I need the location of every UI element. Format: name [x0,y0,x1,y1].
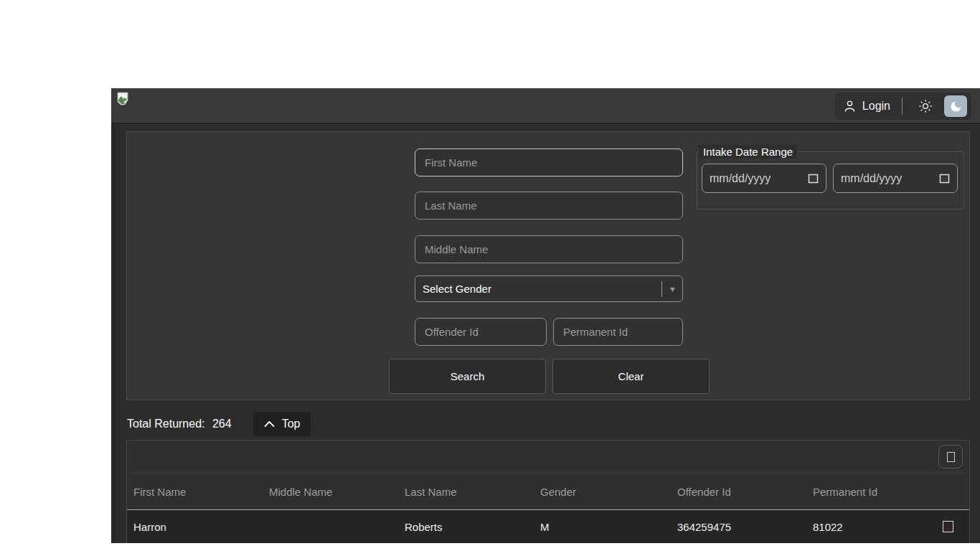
last-name-input[interactable] [415,192,683,220]
first-name-input[interactable] [415,149,683,176]
moon-icon [949,100,963,113]
login-label: Login [862,100,890,113]
broken-image-icon [117,92,129,105]
login-button[interactable]: Login [844,100,890,113]
table-row[interactable]: Harron Roberts M 364259475 81022 [127,509,969,543]
app-window: Login [111,88,980,543]
left-edge-strip [111,126,116,543]
square-icon [947,452,955,462]
search-form-panel: Select Gender ▼ Search Clear Intake Date… [126,131,970,400]
results-summary-bar: Total Returned: 264 Top [127,412,311,436]
gender-select-value: Select Gender [423,283,661,295]
topbar-divider [902,98,903,115]
intake-end-date-input[interactable] [841,172,939,185]
intake-date-range-legend: Intake Date Range [699,145,797,159]
select-divider [661,281,662,297]
total-returned-label: Total Returned: [127,418,205,430]
sun-icon [918,99,933,113]
cell-first-name: Harron [133,521,269,533]
intake-end-date-field[interactable] [833,164,958,193]
results-table: First Name Middle Name Last Name Gender … [126,440,970,543]
search-button[interactable]: Search [389,359,546,394]
intake-start-date-input[interactable] [710,172,808,185]
table-header-row: First Name Middle Name Last Name Gender … [127,474,969,509]
column-header-last-name[interactable]: Last Name [405,486,540,498]
top-navigation-bar: Login [111,88,980,124]
chevron-down-icon: ▼ [669,285,677,293]
clear-button[interactable]: Clear [552,359,710,394]
column-header-middle-name[interactable]: Middle Name [269,486,405,498]
permanent-id-input[interactable] [553,318,683,346]
cell-gender: M [540,521,677,533]
column-header-gender[interactable]: Gender [540,486,677,498]
total-returned-count: 264 [212,418,232,430]
column-header-permanent-id[interactable]: Permanent Id [813,486,969,498]
gender-select[interactable]: Select Gender ▼ [415,276,683,302]
middle-name-input[interactable] [415,235,683,263]
calendar-icon[interactable] [808,173,819,184]
table-toolbar [127,441,969,474]
cell-offender-id: 364259475 [677,521,813,533]
calendar-icon[interactable] [939,173,950,184]
scroll-to-top-button[interactable]: Top [253,412,311,436]
table-options-button[interactable] [938,445,963,468]
total-returned-text: Total Returned: 264 [127,418,232,430]
column-header-offender-id[interactable]: Offender Id [677,486,813,498]
row-checkbox[interactable] [943,521,953,532]
offender-id-input[interactable] [415,318,547,346]
cell-last-name: Roberts [405,521,540,533]
person-icon [844,100,856,113]
intake-date-range-fieldset: Intake Date Range [697,145,964,209]
chevron-up-icon [264,420,275,428]
date-range-row [702,164,963,193]
top-button-label: Top [282,418,301,430]
column-header-first-name[interactable]: First Name [133,486,269,498]
topbar-controls-group: Login [835,93,971,120]
dark-theme-button[interactable] [944,95,967,117]
light-theme-button[interactable] [914,95,937,117]
intake-start-date-field[interactable] [702,164,826,193]
